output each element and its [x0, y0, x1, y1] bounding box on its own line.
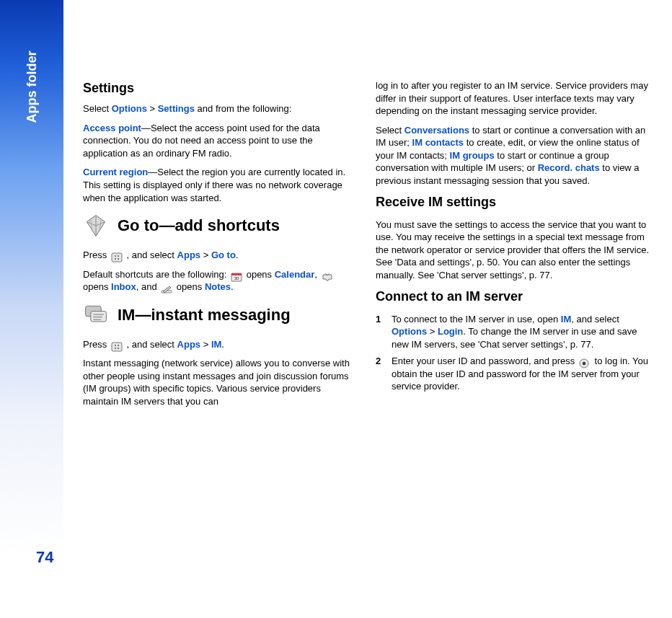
side-tab: Apps folder [0, 0, 63, 555]
select-para: Select Conversations to start or continu… [376, 124, 650, 187]
svg-point-7 [115, 258, 116, 260]
text: , [314, 269, 319, 280]
page-number: 74 [36, 548, 53, 567]
text: , and select [571, 314, 619, 325]
connect-steps: 1 To connect to the IM server in use, op… [376, 313, 650, 393]
notes-link: Notes [205, 281, 231, 292]
text: , and [136, 281, 160, 292]
separator: > [200, 339, 211, 350]
im-heading: IM—instant messaging [83, 302, 357, 328]
menu-key-icon [111, 340, 123, 350]
separator: > [147, 103, 158, 114]
goto-heading-text: Go to—add shortcuts [118, 215, 280, 237]
column-left: Settings Select Options > Settings and f… [83, 79, 357, 415]
text: To connect to the IM server in use, open [392, 314, 561, 325]
svg-point-24 [583, 362, 585, 365]
settings-link: Settings [158, 103, 195, 114]
current-region-term: Current region [83, 167, 148, 177]
goto-press-para: Press , and select Apps > Go to. [83, 249, 357, 262]
receive-heading: Receive IM settings [376, 193, 650, 211]
svg-rect-18 [112, 343, 122, 351]
im-description: Instant messaging (network service) allo… [83, 357, 357, 407]
svg-point-6 [118, 255, 119, 257]
shortcuts-para: Default shortcuts are the following: 30 … [83, 268, 357, 293]
access-point-term: Access point [83, 123, 141, 133]
svg-text:30: 30 [234, 276, 239, 281]
im-groups-link: IM groups [450, 150, 495, 161]
svg-rect-10 [231, 273, 242, 275]
svg-point-8 [118, 258, 119, 260]
im-press-para: Press , and select Apps > IM. [83, 338, 357, 351]
connect-heading: Connect to an IM server [376, 288, 650, 305]
options-link: Options [112, 103, 147, 114]
goto-heading: Go to—add shortcuts [83, 213, 357, 239]
current-region-para: Current region—Select the region you are… [83, 166, 357, 204]
text: Default shortcuts are the following: [83, 269, 229, 280]
svg-point-21 [115, 348, 116, 349]
scroll-key-icon [579, 357, 591, 367]
im-link: IM [561, 314, 571, 325]
im-heading-text: IM—instant messaging [118, 304, 291, 326]
text: opens [174, 281, 205, 292]
page-content: Settings Select Options > Settings and f… [83, 79, 653, 415]
text: , and select [124, 339, 177, 350]
separator: > [427, 326, 438, 337]
text: . [231, 281, 234, 292]
svg-rect-4 [112, 253, 122, 262]
column-right: log in to after you register to an IM se… [376, 79, 650, 415]
separator: > [200, 250, 211, 260]
chat-icon [83, 302, 109, 328]
text: and from the following: [195, 103, 291, 114]
svg-point-5 [115, 255, 116, 257]
diamond-icon [83, 213, 109, 239]
step-text: Enter your user ID and password, and pre… [392, 355, 650, 393]
list-item: 2 Enter your user ID and password, and p… [376, 355, 650, 393]
goto-link: Go to [211, 250, 236, 260]
step-number: 1 [376, 313, 384, 351]
text: Select [83, 103, 112, 114]
text: Select [376, 125, 404, 136]
calendar-icon: 30 [231, 270, 242, 280]
apps-link: Apps [177, 339, 201, 350]
text: Enter your user ID and password, and pre… [392, 356, 578, 366]
side-label: Apps folder [25, 50, 40, 123]
inbox-link: Inbox [111, 281, 136, 292]
text: . [236, 250, 239, 260]
menu-key-icon [111, 251, 123, 261]
settings-heading: Settings [83, 79, 357, 97]
svg-rect-14 [91, 311, 107, 321]
text: opens [244, 269, 275, 280]
login-link: Login [438, 326, 463, 337]
im-contacts-link: IM contacts [412, 137, 464, 148]
text: . [221, 339, 224, 350]
options-link: Options [392, 326, 427, 337]
text: , and select [124, 250, 177, 260]
inbox-icon [322, 270, 333, 280]
notes-icon [161, 283, 172, 293]
record-chats-link: Record. chats [538, 162, 600, 173]
svg-point-20 [118, 345, 119, 346]
im-link: IM [211, 339, 221, 350]
svg-point-19 [115, 345, 116, 346]
step-text: To connect to the IM server in use, open… [392, 313, 650, 351]
svg-point-22 [118, 348, 119, 349]
calendar-link: Calendar [275, 269, 315, 280]
text: Press [83, 339, 110, 350]
access-point-para: Access point—Select the access point use… [83, 122, 357, 160]
settings-intro: Select Options > Settings and from the f… [83, 102, 357, 115]
conversations-link: Conversations [404, 125, 469, 136]
apps-link: Apps [177, 250, 201, 260]
receive-para: You must save the settings to access the… [376, 218, 650, 282]
text: opens [83, 281, 111, 292]
list-item: 1 To connect to the IM server in use, op… [376, 313, 650, 351]
step-number: 2 [376, 355, 384, 393]
text: Press [83, 250, 110, 260]
im-continuation: log in to after you register to an IM se… [376, 79, 650, 118]
